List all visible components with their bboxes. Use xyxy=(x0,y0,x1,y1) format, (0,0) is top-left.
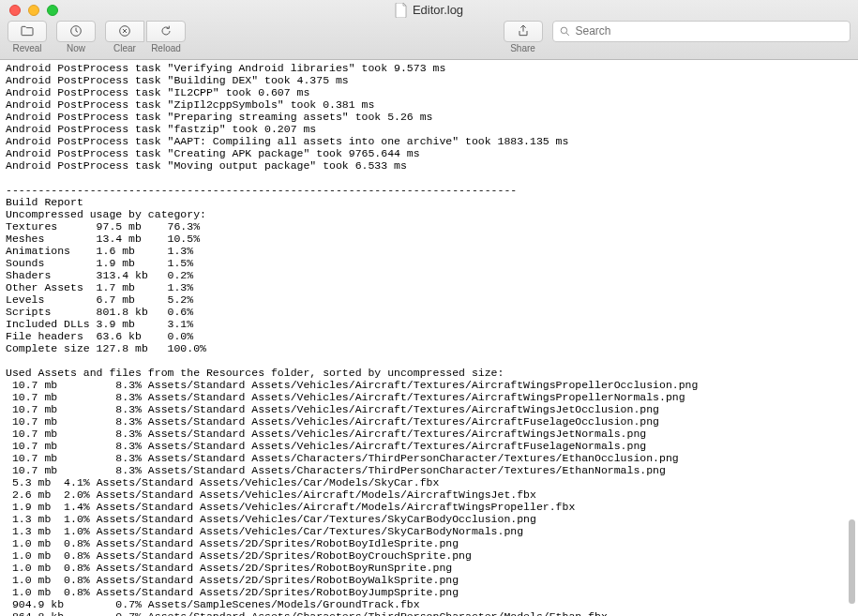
now-button[interactable] xyxy=(56,21,96,42)
traffic-lights xyxy=(0,5,58,16)
toolbar-now: Now xyxy=(56,21,96,53)
reveal-label: Reveal xyxy=(12,43,41,53)
window-title: Editor.log xyxy=(0,3,858,18)
clear-label: Clear xyxy=(113,43,136,53)
scroll-thumb[interactable] xyxy=(849,519,855,604)
window-title-text: Editor.log xyxy=(413,3,463,17)
share-button[interactable] xyxy=(504,21,543,42)
close-button[interactable] xyxy=(9,5,21,16)
now-label: Now xyxy=(67,43,85,53)
toolbar-reveal: Reveal xyxy=(8,21,47,53)
titlebar[interactable]: Editor.log xyxy=(0,0,858,21)
log-content[interactable]: Android PostProcess task "Verifying Andr… xyxy=(0,60,858,616)
search-wrap xyxy=(552,21,851,42)
svg-point-2 xyxy=(561,27,567,34)
search-field[interactable] xyxy=(552,21,851,42)
share-label: Share xyxy=(510,43,535,53)
window-chrome: Editor.log Reveal Now Clear xyxy=(0,0,858,60)
scrollbar[interactable] xyxy=(843,60,856,614)
minimize-button[interactable] xyxy=(28,5,39,16)
share-icon xyxy=(516,23,531,38)
toolbar-share: Share xyxy=(504,21,543,53)
folder-icon xyxy=(20,23,35,38)
reload-button[interactable] xyxy=(146,21,186,42)
toolbar: Reveal Now Clear Reload xyxy=(0,21,858,59)
clock-icon xyxy=(68,23,83,38)
maximize-button[interactable] xyxy=(47,5,58,16)
reveal-button[interactable] xyxy=(8,21,47,42)
reload-label: Reload xyxy=(151,43,181,53)
clear-icon xyxy=(117,23,132,38)
reload-icon xyxy=(158,23,173,38)
search-icon xyxy=(559,25,571,38)
document-icon xyxy=(395,3,408,18)
search-input[interactable] xyxy=(576,24,845,38)
toolbar-clear-reload-group: Clear Reload xyxy=(105,21,186,53)
clear-button[interactable] xyxy=(105,21,144,42)
